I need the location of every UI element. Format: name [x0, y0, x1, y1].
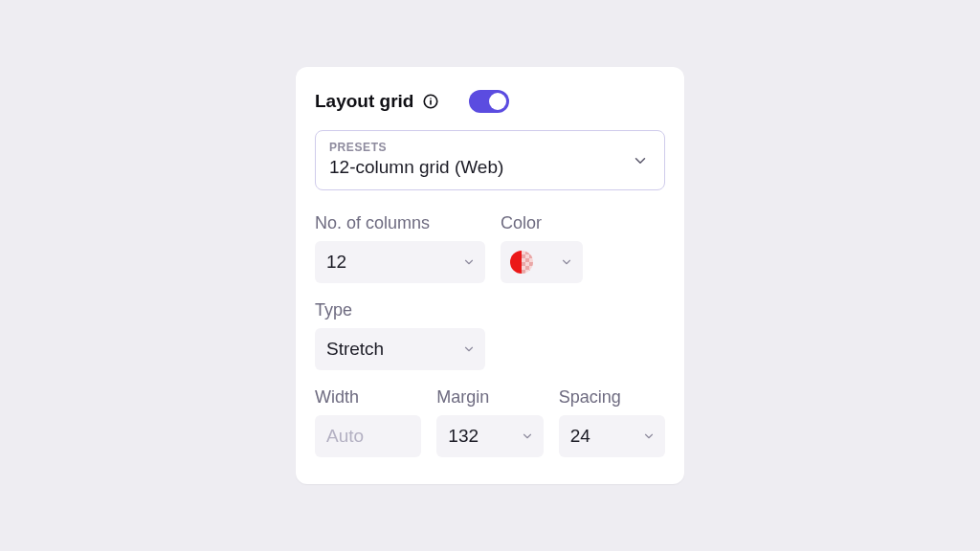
- spacing-label: Spacing: [559, 387, 665, 408]
- chevron-down-icon: [632, 152, 649, 169]
- chevron-down-icon: [560, 255, 573, 269]
- chevron-down-icon: [462, 342, 476, 356]
- type-select[interactable]: Stretch: [315, 328, 485, 370]
- color-select[interactable]: [501, 241, 583, 283]
- color-field: Color: [501, 213, 583, 283]
- margin-select[interactable]: 132: [436, 415, 543, 457]
- svg-point-2: [431, 98, 433, 99]
- width-label: Width: [315, 387, 421, 408]
- chevron-down-icon: [521, 430, 534, 443]
- margin-label: Margin: [436, 387, 543, 408]
- layout-grid-toggle[interactable]: [469, 90, 509, 113]
- panel-title: Layout grid: [315, 91, 413, 112]
- spacing-select[interactable]: 24: [559, 415, 665, 457]
- margin-field: Margin 132: [436, 387, 543, 457]
- margin-value: 132: [448, 426, 479, 447]
- info-icon[interactable]: [421, 92, 440, 111]
- width-field: Width Auto: [315, 387, 421, 457]
- width-value: Auto: [326, 426, 364, 447]
- color-label: Color: [501, 213, 583, 233]
- chevron-down-icon: [642, 430, 656, 443]
- toggle-knob: [489, 93, 506, 110]
- columns-label: No. of columns: [315, 213, 485, 233]
- spacing-value: 24: [570, 426, 590, 447]
- width-select: Auto: [315, 415, 421, 457]
- type-label: Type: [315, 300, 485, 320]
- type-value: Stretch: [326, 339, 384, 360]
- panel-header: Layout grid: [315, 90, 665, 113]
- layout-grid-panel: Layout grid PRESETS 12-column grid (Web)…: [296, 67, 684, 484]
- presets-dropdown[interactable]: PRESETS 12-column grid (Web): [315, 130, 665, 190]
- spacing-field: Spacing 24: [559, 387, 665, 457]
- type-field: Type Stretch: [315, 300, 485, 370]
- columns-value: 12: [326, 252, 346, 273]
- color-swatch: [510, 251, 533, 274]
- presets-label: PRESETS: [329, 141, 651, 154]
- columns-field: No. of columns 12: [315, 213, 485, 283]
- chevron-down-icon: [462, 255, 476, 269]
- presets-value: 12-column grid (Web): [329, 157, 651, 178]
- columns-select[interactable]: 12: [315, 241, 485, 283]
